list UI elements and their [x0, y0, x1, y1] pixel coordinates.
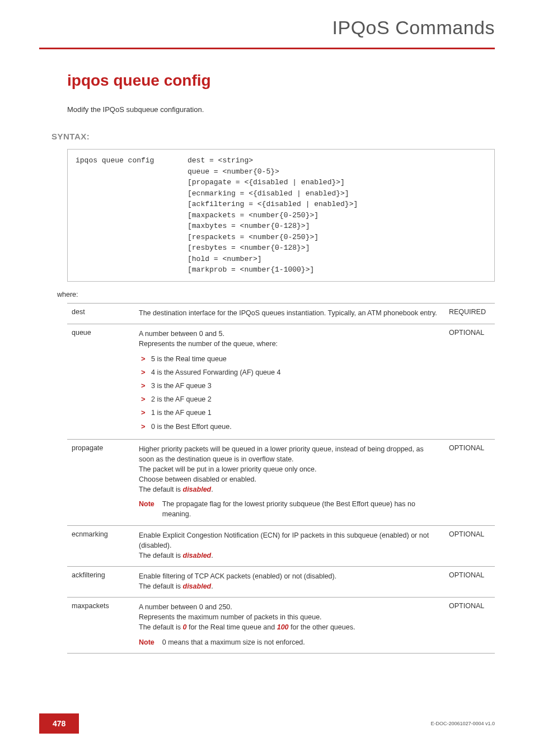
table-row: ecnmarking Enable Explicit Congestion No… — [67, 525, 495, 566]
param-name: propagate — [67, 439, 134, 525]
param-desc: Enable filtering of TCP ACK packets (ena… — [134, 566, 444, 597]
code-cmd: ipqos queue config — [76, 155, 188, 166]
param-name: dest — [67, 303, 134, 324]
desc-line: Enable filtering of TCP ACK packets (ena… — [139, 571, 440, 581]
emphasis: disabled — [183, 552, 212, 559]
syntax-label: SYNTAX: — [51, 132, 495, 141]
list-item: 3 is the AF queue 3 — [140, 379, 440, 393]
param-desc: Enable Explicit Congestion Notification … — [134, 525, 444, 566]
emphasis: disabled — [183, 486, 212, 493]
where-label: where: — [57, 291, 495, 298]
emphasis: disabled — [183, 582, 212, 590]
param-name: ackfiltering — [67, 566, 134, 597]
table-row: dest The destination interface for the I… — [67, 303, 495, 324]
note-row: Note The propagate flag for the lowest p… — [139, 499, 440, 519]
note-label: Note — [139, 637, 154, 647]
table-row: propagate Higher priority packets will b… — [67, 439, 495, 525]
list-item: 0 is the Best Effort queue. — [140, 420, 440, 433]
param-desc: A number between 0 and 5. Represents the… — [134, 324, 444, 439]
param-req: OPTIONAL — [444, 439, 495, 525]
code-args: dest = <string> queue = <number{0-5}> [p… — [188, 155, 358, 276]
desc-line: Choose between disabled or enabled. — [139, 474, 440, 484]
table-row: ackfiltering Enable filtering of TCP ACK… — [67, 566, 495, 597]
desc-line: Enable Explicit Congestion Notification … — [139, 530, 440, 550]
desc-line: A number between 0 and 5. — [139, 329, 440, 339]
section-title: IPQoS Commands — [332, 17, 495, 38]
desc-text: The destination interface for the IPQoS … — [139, 308, 440, 318]
page-title: ipqos queue config — [67, 72, 495, 90]
intro-text: Modify the IPQoS subqueue configuration. — [67, 105, 495, 114]
param-name: queue — [67, 324, 134, 439]
param-desc: Higher priority packets will be queued i… — [134, 439, 444, 525]
document-id: E-DOC-20061027-0004 v1.0 — [430, 721, 495, 726]
param-req: OPTIONAL — [444, 324, 495, 439]
emphasis: 100 — [277, 623, 289, 631]
desc-line: A number between 0 and 250. — [139, 602, 440, 612]
desc-line: The default is disabled. — [139, 550, 440, 561]
syntax-code-block: ipqos queue configdest = <string> queue … — [67, 149, 495, 282]
desc-line: Higher priority packets will be queued i… — [139, 444, 440, 464]
note-text: 0 means that a maximum size is not enfor… — [162, 637, 440, 647]
page-number: 478 — [39, 713, 79, 734]
list-item: 2 is the AF queue 2 — [140, 393, 440, 406]
note-label: Note — [139, 499, 154, 519]
note-text: The propagate flag for the lowest priori… — [162, 499, 440, 519]
param-req: OPTIONAL — [444, 566, 495, 597]
list-item: 5 is the Real time queue — [140, 352, 440, 366]
note-row: Note 0 means that a maximum size is not … — [139, 637, 440, 647]
param-req: REQUIRED — [444, 303, 495, 324]
param-req: OPTIONAL — [444, 525, 495, 566]
content-area: ipqos queue config Modify the IPQoS subq… — [0, 49, 534, 654]
table-row: maxpackets A number between 0 and 250. R… — [67, 598, 495, 654]
param-desc: The destination interface for the IPQoS … — [134, 303, 444, 324]
list-item: 4 is the Assured Forwarding (AF) queue 4 — [140, 366, 440, 379]
parameters-table: dest The destination interface for the I… — [67, 303, 495, 654]
queue-list: 5 is the Real time queue 4 is the Assure… — [139, 352, 440, 433]
desc-line: Represents the number of the queue, wher… — [139, 339, 440, 349]
desc-line: The default is disabled. — [139, 581, 440, 591]
desc-line: The default is 0 for the Real time queue… — [139, 622, 440, 632]
param-desc: A number between 0 and 250. Represents t… — [134, 598, 444, 654]
desc-line: Represents the maximum number of packets… — [139, 612, 440, 622]
page-footer: 478 E-DOC-20061027-0004 v1.0 — [0, 713, 534, 734]
desc-line: The packet will be put in a lower priori… — [139, 464, 440, 474]
param-name: ecnmarking — [67, 525, 134, 566]
desc-line: The default is disabled. — [139, 484, 440, 494]
param-req: OPTIONAL — [444, 598, 495, 654]
list-item: 1 is the AF queue 1 — [140, 406, 440, 419]
param-name: maxpackets — [67, 598, 134, 654]
table-row: queue A number between 0 and 5. Represen… — [67, 324, 495, 439]
page-header: IPQoS Commands — [0, 0, 534, 44]
